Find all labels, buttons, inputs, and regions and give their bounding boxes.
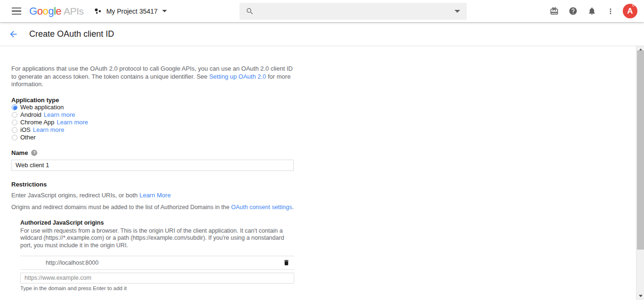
logo-letter: o (42, 5, 48, 17)
logo-letter: g (48, 5, 54, 17)
name-label-row: Name ? (11, 149, 636, 156)
scroll-down-icon (639, 295, 643, 297)
add-origin-input[interactable] (20, 273, 294, 284)
hamburger-menu-icon[interactable] (7, 4, 26, 19)
main-content: For applications that use the OAuth 2.0 … (0, 46, 636, 300)
origin-entry-row: http://localhost:8000 (20, 256, 294, 270)
logo-letter: o (37, 5, 43, 17)
radio-icon[interactable] (12, 112, 17, 118)
search-input[interactable] (259, 3, 454, 20)
radio-chrome-app[interactable]: Chrome App Learn more (11, 119, 636, 126)
restrictions-learn-more-link[interactable]: Learn More (140, 192, 171, 199)
restrictions-label: Restrictions (11, 181, 636, 188)
radio-android[interactable]: Android Learn more (11, 111, 636, 119)
origin-input-helper: Type in the domain and press Enter to ad… (20, 285, 636, 291)
oauth-consent-settings-link[interactable]: OAuth consent settings (231, 204, 292, 211)
project-selector[interactable]: My Project 35417 (94, 7, 167, 16)
application-type-label: Application type (11, 97, 636, 104)
bell-icon (587, 7, 596, 16)
js-origins-section: Authorized JavaScript origins For use wi… (20, 219, 636, 250)
origin-entry-url: http://localhost:8000 (46, 259, 99, 266)
logo-apis-text: APIs (64, 6, 83, 17)
client-name-input[interactable] (11, 160, 294, 171)
restrictions-line2-suffix: . (292, 204, 293, 211)
account-avatar[interactable]: A (623, 4, 637, 18)
search-icon (246, 7, 254, 16)
name-help-icon[interactable]: ? (31, 150, 37, 156)
trash-icon (283, 259, 290, 266)
restrictions-section: Restrictions Enter JavaScript origins, r… (11, 181, 636, 300)
radio-selected-icon[interactable] (12, 105, 17, 110)
vertical-scrollbar[interactable] (636, 46, 644, 300)
more-options-button[interactable] (601, 2, 620, 21)
help-button[interactable] (563, 2, 582, 21)
radio-other[interactable]: Other (11, 134, 636, 141)
radio-icon[interactable] (12, 127, 17, 133)
global-search-bar[interactable] (239, 3, 467, 20)
radio-icon[interactable] (12, 120, 17, 125)
header-actions: A (545, 0, 640, 22)
chevron-down-icon (162, 10, 167, 12)
radio-label: Android (20, 111, 41, 118)
radio-label: Other (20, 134, 36, 141)
gift-button[interactable] (545, 2, 563, 21)
radio-label: Chrome App (20, 119, 54, 126)
project-dots-icon (94, 7, 102, 16)
arrow-back-icon (8, 29, 18, 39)
intro-paragraph: For applications that use the OAuth 2.0 … (11, 65, 296, 89)
google-apis-logo[interactable]: Google APIs (29, 5, 83, 17)
radio-label: iOS (20, 126, 31, 133)
help-icon (569, 7, 578, 16)
scrollbar-thumb[interactable] (637, 50, 644, 250)
logo-letter: e (56, 5, 61, 17)
js-origins-label: Authorized JavaScript origins (20, 219, 636, 226)
application-type-section: Application type Web application Android… (11, 97, 636, 141)
chrome-app-learn-more-link[interactable]: Learn more (57, 119, 88, 126)
restrictions-line2: Origins and redirect domains must be add… (11, 204, 636, 211)
project-name: My Project 35417 (106, 8, 157, 15)
restrictions-line1: Enter JavaScript origins, redirect URIs,… (11, 192, 636, 199)
notifications-button[interactable] (582, 2, 601, 21)
radio-web-application[interactable]: Web application (11, 104, 636, 111)
radio-icon[interactable] (12, 135, 17, 140)
more-vert-icon (606, 7, 615, 16)
scroll-down-button[interactable] (636, 292, 644, 299)
name-label: Name (11, 149, 28, 156)
search-dropdown-caret-icon[interactable] (454, 10, 460, 13)
ios-learn-more-link[interactable]: Learn more (33, 126, 64, 133)
js-origins-description: For use with requests from a browser. Th… (20, 227, 294, 250)
back-button[interactable] (8, 28, 19, 40)
restrictions-line2-text: Origins and redirect domains must be add… (11, 204, 231, 211)
avatar-ring-decoration (632, 4, 635, 7)
page-title: Create OAuth client ID (29, 29, 114, 39)
avatar-letter: A (627, 7, 633, 16)
setting-up-oauth-link[interactable]: Setting up OAuth 2.0 (209, 73, 266, 80)
app-header: Google APIs My Project 35417 (0, 0, 644, 22)
android-learn-more-link[interactable]: Learn more (44, 111, 75, 118)
gift-icon (550, 7, 559, 16)
logo-letter: G (29, 5, 37, 17)
origins-block: Authorized JavaScript origins For use wi… (20, 219, 636, 300)
radio-label: Web application (20, 104, 64, 111)
restrictions-line1-text: Enter JavaScript origins, redirect URIs,… (11, 192, 140, 199)
delete-origin-button[interactable] (282, 259, 290, 267)
radio-ios[interactable]: iOS Learn more (11, 126, 636, 134)
page-title-bar: Create OAuth client ID (0, 22, 644, 46)
